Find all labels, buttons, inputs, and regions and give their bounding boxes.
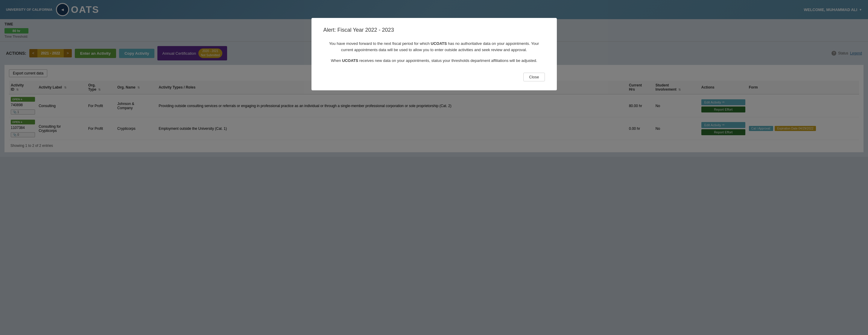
modal-body-line1: You have moved forward to the next fisca… — [323, 41, 545, 53]
alert-modal: Alert: Fiscal Year 2022 - 2023 You have … — [311, 18, 557, 90]
modal-body-line2: When UCOATS receives new data on your ap… — [323, 58, 545, 64]
modal-body: You have moved forward to the next fisca… — [323, 41, 545, 64]
modal-title: Alert: Fiscal Year 2022 - 2023 — [323, 27, 545, 33]
modal-close-button[interactable]: Close — [523, 73, 545, 81]
modal-footer: Close — [323, 73, 545, 81]
modal-overlay: Alert: Fiscal Year 2022 - 2023 You have … — [0, 0, 868, 335]
